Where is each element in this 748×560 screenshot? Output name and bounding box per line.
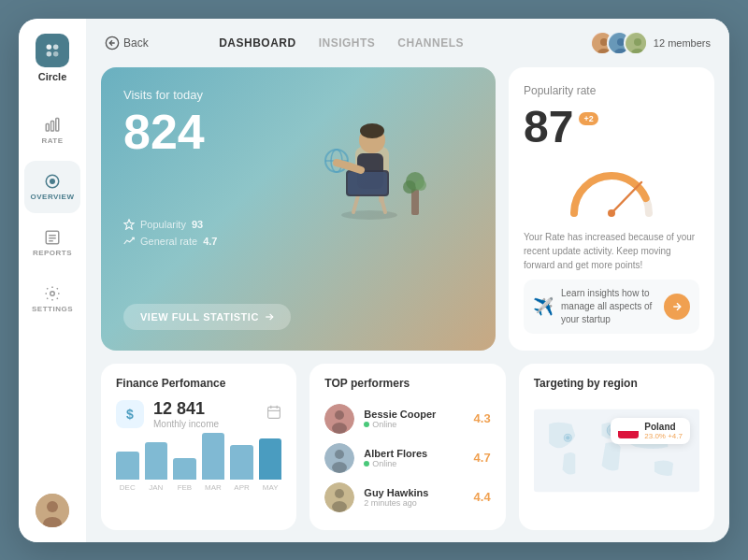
learn-row: ✈️ Learn insights how to manage all aspe…: [524, 280, 699, 334]
performer-item[interactable]: Albert Flores Online 4.7: [324, 438, 490, 478]
svg-rect-4: [46, 123, 49, 131]
popularity-number-row: 87 +2: [524, 105, 699, 150]
svg-point-2: [47, 50, 52, 55]
performer-status: Online: [364, 459, 464, 468]
performers-list: Bessie Cooper Online 4.3 Albert Flores O…: [324, 399, 490, 517]
map-svg: [534, 399, 699, 502]
bar-group-may: MAY: [259, 438, 282, 492]
sidebar-item-reports[interactable]: REPORTS: [24, 217, 80, 269]
member-avatar-3: [624, 31, 648, 55]
svg-point-1: [53, 44, 58, 50]
sidebar-item-rate-label: RATE: [41, 136, 63, 145]
performer-score: 4.7: [474, 451, 491, 465]
performer-name: Albert Flores: [364, 448, 464, 459]
bar-dec: [116, 452, 139, 479]
targeting-title: Targeting by region: [534, 377, 699, 390]
learn-text: Learn insights how to manage all aspects…: [561, 287, 656, 326]
performer-item[interactable]: Guy Hawkins 2 minutes ago 4.4: [324, 478, 490, 517]
nav-insights[interactable]: INSIGHTS: [319, 36, 376, 50]
performer-info: Guy Hawkins 2 minutes ago: [364, 487, 464, 508]
performer-name: Guy Hawkins: [364, 487, 464, 498]
svg-point-61: [335, 489, 344, 498]
svg-point-15: [47, 501, 58, 512]
sidebar-item-reports-label: REPORTS: [33, 249, 72, 257]
svg-point-48: [608, 209, 615, 217]
svg-rect-50: [268, 407, 280, 418]
bar-group-dec: DEC: [116, 452, 139, 491]
dollar-badge: $: [116, 400, 144, 428]
sidebar-nav: RATE OVERVIEW REPORTS: [24, 105, 80, 494]
performer-item[interactable]: Bessie Cooper Online 4.3: [324, 399, 490, 438]
performer-avatar: [324, 443, 354, 473]
view-full-statistic-button[interactable]: VIEW FULL STATISTIC: [123, 304, 291, 330]
back-button[interactable]: Back: [105, 36, 149, 50]
trend-icon: [123, 236, 135, 247]
bar-jan: [145, 442, 168, 480]
bar-label-dec: DEC: [120, 483, 136, 492]
logo-text: Circle: [38, 71, 67, 82]
svg-line-47: [611, 182, 641, 213]
finance-title: Finance Perfomance: [116, 377, 281, 390]
nav-channels[interactable]: CHANNELS: [397, 36, 464, 50]
bar-feb: [173, 458, 196, 480]
sidebar-item-rate[interactable]: RATE: [24, 105, 80, 157]
world-map: Poland 23.0% +4.7: [534, 399, 699, 502]
targeting-card: Targeting by region: [519, 364, 714, 530]
performer-avatar: [324, 404, 354, 434]
learn-button[interactable]: [664, 294, 690, 320]
logo-icon: [36, 34, 69, 67]
logo: Circle: [36, 34, 69, 82]
performers-title: TOP performers: [324, 377, 490, 390]
members-group: 12 members: [590, 31, 711, 55]
svg-point-58: [335, 450, 344, 459]
sidebar-item-settings[interactable]: SETTINGS: [24, 273, 80, 325]
finance-sublabel: Monthly income: [153, 419, 219, 429]
sidebar: Circle RATE OVERVIEW: [19, 19, 86, 542]
sidebar-bottom: [36, 494, 69, 527]
bar-group-feb: FEB: [173, 458, 196, 492]
poland-name: Poland: [644, 422, 683, 432]
bar-label-mar: MAR: [205, 483, 222, 492]
bar-label-jan: JAN: [149, 483, 163, 492]
popularity-value: 93: [192, 219, 203, 230]
performer-status: Online: [364, 420, 464, 429]
bottom-grid: Finance Perfomance $ 12 841 Monthly inco…: [101, 364, 714, 530]
performer-info: Albert Flores Online: [364, 448, 464, 468]
arrow-right-icon: [265, 312, 274, 322]
bar-group-apr: APR: [230, 445, 253, 491]
sidebar-item-overview[interactable]: OVERVIEW: [24, 161, 80, 213]
bar-may: [259, 438, 282, 480]
calendar-icon[interactable]: [266, 405, 281, 424]
popularity-card: Popularity rate 87 +2 Your Rate has incr: [509, 67, 714, 351]
sidebar-item-settings-label: SETTINGS: [32, 305, 73, 313]
svg-rect-37: [348, 172, 387, 194]
hero-illustration: [290, 77, 439, 226]
performer-score: 4.4: [474, 490, 491, 504]
popularity-number: 87: [524, 105, 573, 150]
bar-apr: [230, 445, 253, 479]
popularity-description: Your Rate has increased because of your …: [524, 230, 699, 272]
general-rate-value: 4.7: [203, 236, 217, 247]
gauge-container: [524, 157, 699, 223]
bar-label-apr: APR: [234, 483, 249, 492]
finance-amount: 12 841: [153, 399, 219, 419]
members-count: 12 members: [654, 37, 711, 49]
avatar[interactable]: [36, 494, 69, 527]
svg-point-8: [50, 179, 55, 183]
dashboard: Visits for today 824 Popularity 93: [86, 67, 729, 542]
svg-rect-5: [51, 121, 54, 131]
header: Back DASHBOARD INSIGHTS CHANNELS: [86, 19, 729, 67]
nav-links: DASHBOARD INSIGHTS CHANNELS: [219, 36, 464, 50]
popularity-badge: +2: [579, 112, 597, 125]
performer-score: 4.3: [474, 411, 491, 425]
poland-info: Poland 23.0% +4.7: [644, 422, 683, 440]
svg-point-55: [335, 410, 344, 420]
bar-group-mar: MAR: [202, 433, 225, 492]
svg-point-46: [415, 179, 426, 191]
back-icon: [105, 36, 120, 50]
nav-dashboard[interactable]: DASHBOARD: [219, 36, 296, 50]
svg-point-56: [332, 423, 347, 434]
gauge-chart: [565, 162, 658, 218]
svg-point-71: [566, 436, 569, 439]
bar-label-may: MAY: [263, 483, 279, 492]
